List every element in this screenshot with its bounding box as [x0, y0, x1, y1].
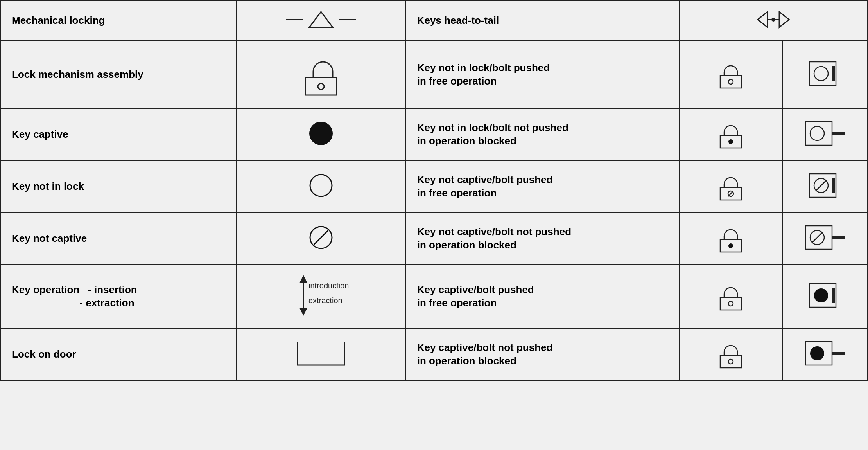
- svg-point-54: [728, 301, 733, 306]
- symbol-key-captive-bolt-not-pushed-blocked-2: [783, 328, 868, 380]
- symbol-key-not-captive-bolt-not-pushed-blocked-1: [679, 212, 783, 265]
- svg-rect-45: [832, 236, 845, 239]
- svg-marker-1: [309, 12, 333, 27]
- label-key-captive-bolt-pushed-free: Key captive/bolt pushedin free operation: [406, 265, 679, 328]
- svg-point-18: [309, 122, 333, 145]
- box-filledcirc-hbar-icon-6: [803, 340, 846, 367]
- svg-text:introduction: introduction: [308, 281, 349, 290]
- svg-marker-47: [299, 275, 307, 283]
- key-not-captive-icon: [305, 222, 337, 253]
- label-key-not-captive-bolt-pushed-free: Key not captive/bolt pushedin free opera…: [406, 160, 679, 212]
- svg-line-44: [812, 232, 822, 243]
- svg-point-5: [771, 18, 775, 22]
- svg-point-16: [814, 67, 828, 81]
- svg-rect-17: [832, 66, 835, 81]
- label-key-not-captive: Key not captive: [0, 212, 236, 265]
- svg-rect-42: [805, 226, 832, 249]
- lock-mechanism-icon: [294, 48, 348, 99]
- box-circle-bar-icon-1: [807, 60, 843, 87]
- symbol-lock-mechanism: [236, 41, 406, 108]
- svg-rect-57: [832, 288, 835, 303]
- main-table-container: Mechanical locking Keys head-to-tail: [0, 0, 868, 381]
- symbol-key-captive-bolt-pushed-free-1: [679, 265, 783, 328]
- svg-point-63: [810, 346, 824, 360]
- svg-rect-35: [832, 178, 835, 193]
- label-key-operation: Key operation - insertion - extraction: [0, 265, 236, 328]
- symbol-key-not-in-lock-bolt-pushed-free-2: [783, 41, 868, 108]
- svg-rect-9: [305, 77, 337, 95]
- label-mechanical-locking: Mechanical locking: [0, 0, 236, 41]
- svg-point-26: [310, 175, 332, 196]
- svg-point-22: [728, 139, 733, 144]
- lock-small-icon-1a: [713, 56, 748, 91]
- symbol-key-not-captive-bolt-pushed-free-2: [783, 160, 868, 212]
- box-circslash-hbar-icon-4: [803, 224, 846, 251]
- lock-on-door-icon: [290, 338, 352, 369]
- label-key-not-in-lock-bolt-not-pushed-blocked: Key not in lock/bolt not pushedin operat…: [406, 108, 679, 160]
- svg-text:extraction: extraction: [308, 296, 343, 305]
- svg-marker-48: [299, 308, 307, 316]
- symbol-keys-head-to-tail: [679, 0, 868, 41]
- svg-point-10: [318, 83, 324, 90]
- label-key-not-in-lock: Key not in lock: [0, 160, 236, 212]
- svg-point-56: [814, 288, 828, 302]
- svg-rect-60: [720, 355, 741, 368]
- lock-small-icon-2a: [713, 116, 748, 151]
- symbol-key-operation: introduction extraction: [236, 265, 406, 328]
- box-circslash-vbar-icon-3: [807, 172, 843, 199]
- box-filledcirc-vbar-icon-5: [807, 282, 843, 309]
- symbol-key-not-in-lock-bolt-not-pushed-blocked-1: [679, 108, 783, 160]
- lock-small-icon-4a: [713, 220, 748, 255]
- svg-rect-13: [720, 76, 741, 88]
- key-not-in-lock-icon: [305, 170, 337, 201]
- symbol-key-not-captive-bolt-not-pushed-blocked-2: [783, 212, 868, 265]
- svg-line-37: [314, 230, 328, 245]
- svg-point-24: [810, 126, 824, 140]
- svg-rect-25: [832, 132, 845, 135]
- key-captive-icon: [305, 118, 337, 149]
- label-keys-head-to-tail: Keys head-to-tail: [406, 0, 679, 41]
- label-lock-on-door: Lock on door: [0, 328, 236, 380]
- svg-rect-64: [832, 352, 845, 355]
- box-circle-hbar-icon-2: [803, 120, 846, 147]
- symbol-key-not-captive: [236, 212, 406, 265]
- lock-small-icon-6a: [713, 336, 748, 371]
- svg-point-14: [728, 79, 733, 84]
- symbol-lock-on-door: [236, 328, 406, 380]
- symbol-key-captive: [236, 108, 406, 160]
- lock-small-icon-5a: [713, 278, 748, 313]
- svg-marker-6: [779, 12, 789, 27]
- svg-marker-3: [758, 12, 768, 27]
- svg-rect-53: [720, 297, 741, 310]
- svg-line-34: [816, 180, 826, 191]
- key-operation-icon: introduction extraction: [282, 272, 360, 319]
- symbol-mechanical-locking: [236, 0, 406, 41]
- symbol-key-not-in-lock-bolt-pushed-free-1: [679, 41, 783, 108]
- svg-rect-23: [805, 122, 832, 145]
- label-key-captive: Key captive: [0, 108, 236, 160]
- svg-point-41: [728, 243, 733, 248]
- symbol-key-not-captive-bolt-pushed-free-1: [679, 160, 783, 212]
- symbol-key-captive-bolt-pushed-free-2: [783, 265, 868, 328]
- symbol-key-captive-bolt-not-pushed-blocked-1: [679, 328, 783, 380]
- label-key-captive-bolt-not-pushed-blocked: Key captive/bolt not pushedin operation …: [406, 328, 679, 380]
- label-key-not-in-lock-bolt-pushed-free: Key not in lock/bolt pushedin free opera…: [406, 41, 679, 108]
- symbol-key-not-in-lock-bolt-not-pushed-blocked-2: [783, 108, 868, 160]
- mechanical-locking-icon: [282, 8, 360, 31]
- label-key-not-captive-bolt-not-pushed-blocked: Key not captive/bolt not pushedin operat…: [406, 212, 679, 265]
- keys-head-to-tail-icon: [734, 8, 812, 31]
- lock-small-icon-3a: [713, 168, 748, 203]
- label-lock-mechanism: Lock mechanism assembly: [0, 41, 236, 108]
- symbol-key-not-in-lock: [236, 160, 406, 212]
- svg-point-61: [728, 359, 733, 364]
